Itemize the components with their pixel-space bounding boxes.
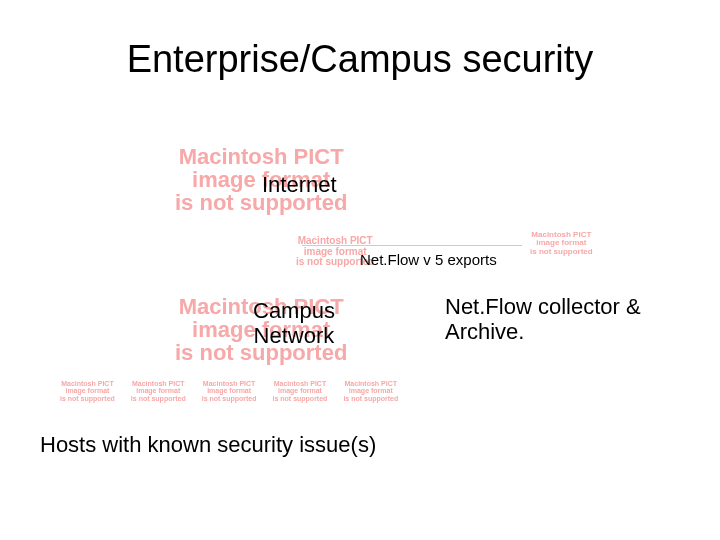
pict-line: is not supported — [60, 395, 115, 402]
slide-title: Enterprise/Campus security — [0, 38, 720, 81]
label-netflow-exports: Net.Flow v 5 exports — [360, 251, 497, 268]
label-internet: Internet — [262, 172, 337, 198]
label-line: Campus — [253, 298, 335, 323]
label-netflow-collector: Net.Flow collector & Archive. — [445, 294, 641, 345]
label-hosts: Hosts with known security issue(s) — [40, 432, 376, 458]
pict-line: is not supported — [202, 395, 257, 402]
pict-line: Macintosh PICT — [274, 380, 327, 387]
pict-line: is not supported — [343, 395, 398, 402]
pict-line: Macintosh PICT — [132, 380, 185, 387]
pict-line: Macintosh PICT — [179, 144, 344, 169]
pict-row: Macintosh PICT image format is not suppo… — [60, 380, 398, 402]
label-line: Net.Flow collector & — [445, 294, 641, 319]
slide: Enterprise/Campus security Macintosh PIC… — [0, 0, 720, 540]
label-line: Network — [254, 323, 335, 348]
pict-line: Macintosh PICT — [203, 380, 256, 387]
pict-line: image format — [136, 387, 180, 394]
pict-line: image format — [207, 387, 251, 394]
pict-line: image format — [278, 387, 322, 394]
label-line: Archive. — [445, 319, 524, 344]
pict-placeholder-icon: Macintosh PICT image format is not suppo… — [343, 380, 398, 402]
pict-line: Macintosh PICT — [61, 380, 114, 387]
pict-line: image format — [65, 387, 109, 394]
pict-placeholder-icon: Macintosh PICT image format is not suppo… — [530, 231, 593, 256]
pict-line: image format — [349, 387, 393, 394]
pict-line: Macintosh PICT — [345, 380, 398, 387]
pict-placeholder-icon: Macintosh PICT image format is not suppo… — [60, 380, 115, 402]
pict-placeholder-icon: Macintosh PICT image format is not suppo… — [131, 380, 186, 402]
pict-line: Macintosh PICT — [298, 235, 373, 246]
label-campus-network: Campus Network — [253, 298, 335, 349]
pict-line: is not supported — [131, 395, 186, 402]
pict-line: is not supported — [530, 247, 593, 256]
pict-line: is not supported — [273, 395, 328, 402]
pict-line: image format — [304, 246, 367, 257]
pict-placeholder-icon: Macintosh PICT image format is not suppo… — [273, 380, 328, 402]
pict-placeholder-icon: Macintosh PICT image format is not suppo… — [202, 380, 257, 402]
